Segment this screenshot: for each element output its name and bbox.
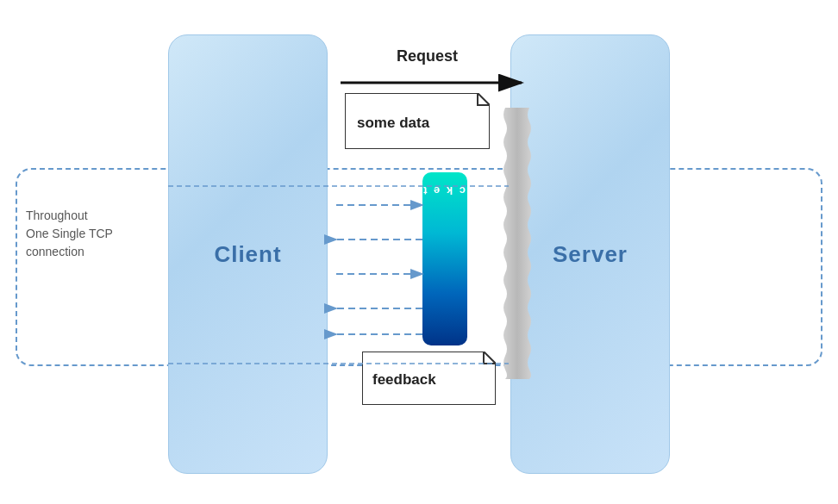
request-arrow xyxy=(336,71,535,95)
diagram-container: Throughout One Single TCP connection Cli… xyxy=(0,0,838,504)
request-label: Request xyxy=(397,47,458,65)
throughout-label: Throughout One Single TCP connection xyxy=(26,207,113,261)
top-connector-line xyxy=(168,184,509,188)
bottom-connector-line xyxy=(168,362,509,365)
some-data-note: some data xyxy=(345,93,490,149)
server-label: Server xyxy=(553,241,628,268)
feedback-note: feedback xyxy=(362,352,496,405)
svg-text:some data: some data xyxy=(357,115,430,131)
communication-arrows xyxy=(207,181,517,353)
svg-text:feedback: feedback xyxy=(372,371,436,388)
